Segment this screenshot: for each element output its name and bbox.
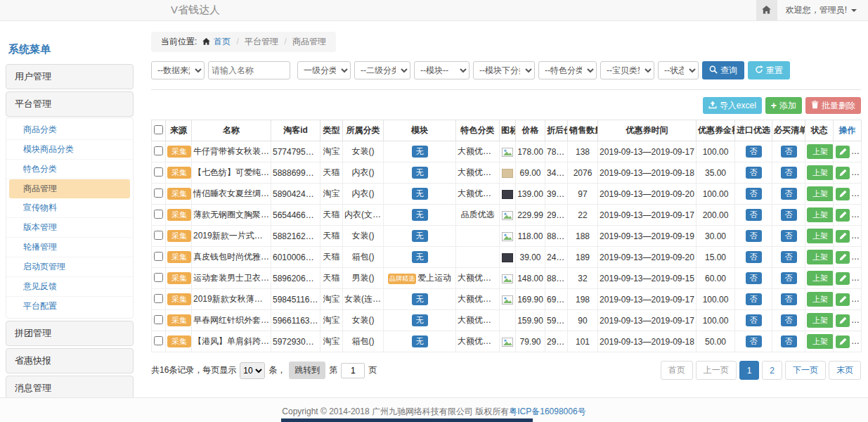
sidebar-item-版本管理[interactable]: 版本管理 [6,218,133,238]
status-badge[interactable]: 上架 [807,144,834,159]
row-checkbox[interactable] [154,231,163,240]
imported-toggle-badge[interactable]: 否 [746,146,762,158]
must-buy-toggle-badge[interactable]: 否 [781,209,797,222]
edit-button[interactable] [836,335,850,348]
sidebar-item-平台配置[interactable]: 平台配置 [6,297,133,316]
must-buy-toggle-badge[interactable]: 否 [781,335,797,348]
must-buy-toggle-badge[interactable]: 否 [781,230,797,243]
add-button[interactable]: + 添加 [765,97,802,114]
icp-link[interactable]: 粤ICP备16098006号 [509,407,585,416]
filter-module-subcategory-select[interactable]: --模块下分类-- [473,61,535,79]
row-checkbox[interactable] [154,273,163,282]
filter-module-select[interactable]: --模块-- [414,61,469,79]
actions-cell [834,331,862,352]
per-page-select[interactable]: 10 [240,362,265,379]
must-buy-toggle-badge[interactable]: 否 [781,293,797,306]
imported-toggle-badge[interactable]: 否 [746,314,762,327]
imported-toggle-badge[interactable]: 否 [746,167,762,179]
status-badge[interactable]: 上架 [807,165,834,180]
row-checkbox[interactable] [154,210,163,219]
batch-delete-button[interactable]: 批量删除 [805,97,861,114]
page-button-2[interactable]: 2 [762,361,782,380]
table-row: 采集2019新款一片式系...588216228899天猫女装()无118.00… [152,226,862,247]
breadcrumb-home-link[interactable]: 首页 [214,37,231,46]
imported-toggle-badge[interactable]: 否 [746,230,762,243]
imported-toggle-badge[interactable]: 否 [746,272,762,285]
row-checkbox[interactable] [154,167,163,177]
filter-level1-category-select[interactable]: 一级分类 [297,61,351,79]
sidebar-item-商品管理[interactable]: 商品管理 [9,179,130,198]
select-all-checkbox[interactable] [154,125,163,134]
row-checkbox[interactable] [154,294,163,303]
sidebar-group-消息管理[interactable]: 消息管理 [6,376,134,397]
edit-button[interactable] [836,167,850,179]
filter-bar: --数据来源-- 一级分类 --二级分类-- --模块-- --模块下分类-- … [151,61,861,79]
home-button[interactable] [756,0,777,20]
edit-button[interactable] [836,314,850,327]
status-badge[interactable]: 上架 [807,186,834,201]
price-cell: 39.00 [516,247,545,268]
must-buy-toggle-badge[interactable]: 否 [781,251,797,264]
filter-level2-category-select[interactable]: --二级分类-- [354,61,410,79]
row-checkbox[interactable] [154,188,163,198]
row-checkbox[interactable] [154,336,163,345]
imported-toggle-badge[interactable]: 否 [746,251,762,264]
sidebar-item-轮播管理[interactable]: 轮播管理 [6,238,133,257]
must-buy-toggle-badge[interactable]: 否 [781,146,797,158]
imported-toggle-badge[interactable]: 否 [746,188,762,200]
row-checkbox[interactable] [154,252,163,261]
import-excel-button[interactable]: 导入excel [703,97,762,114]
row-checkbox[interactable] [154,315,163,324]
sidebar-item-模块商品分类[interactable]: 模块商品分类 [6,140,133,160]
page-button-下一页[interactable]: 下一页 [785,361,826,380]
edit-button[interactable] [836,146,850,158]
status-badge[interactable]: 上架 [807,207,834,222]
coupon-amount-cell: 100.00 [697,289,735,310]
sidebar-group-用户管理[interactable]: 用户管理 [6,64,134,89]
sidebar-item-宣传物料[interactable]: 宣传物料 [6,198,133,218]
imported-toggle-badge[interactable]: 否 [746,209,762,222]
must-buy-toggle-badge[interactable]: 否 [781,167,797,179]
sidebar-item-特色分类[interactable]: 特色分类 [6,160,133,179]
sidebar-group-拼团管理[interactable]: 拼团管理 [6,321,134,346]
status-badge[interactable]: 上架 [807,250,834,264]
page-button-末页[interactable]: 末页 [829,361,861,380]
edit-button[interactable] [836,230,850,243]
must-buy-toggle-badge[interactable]: 否 [781,272,797,285]
edit-button[interactable] [836,272,850,285]
discount-price-cell: 29.99 [545,205,568,226]
page-number-input[interactable] [341,363,365,378]
filter-item-type-select[interactable]: --宝贝类型-- [600,61,654,79]
edit-button[interactable] [836,251,850,264]
coupon-time-cell: 2019-09-13—2019-09-17 [598,289,697,310]
edit-button[interactable] [836,188,850,200]
jump-button[interactable]: 跳转到 [289,362,325,379]
must-buy-toggle-badge[interactable]: 否 [781,188,797,200]
filter-feature-category-select[interactable]: --特色分类-- [538,61,597,79]
status-badge[interactable]: 上架 [807,229,834,243]
status-badge[interactable]: 上架 [807,292,834,307]
user-menu[interactable]: 欢迎您，管理员! [777,4,868,16]
page-button-首页[interactable]: 首页 [661,361,693,380]
filter-data-source-select[interactable]: --数据来源-- [151,61,205,79]
status-badge[interactable]: 上架 [807,271,834,286]
filter-status-select[interactable]: --状态-- [658,61,699,79]
reset-button[interactable]: 重置 [748,61,790,79]
row-checkbox[interactable] [154,146,163,155]
sidebar-group-平台管理[interactable]: 平台管理 [6,91,134,117]
page-button-1[interactable]: 1 [739,361,760,380]
imported-toggle-badge[interactable]: 否 [746,335,762,348]
sidebar-group-省惠快报[interactable]: 省惠快报 [6,348,134,373]
status-badge[interactable]: 上架 [807,313,834,328]
page-button-上一页[interactable]: 上一页 [696,361,737,380]
must-buy-toggle-badge[interactable]: 否 [781,314,797,327]
name-search-input[interactable] [208,61,290,79]
status-badge[interactable]: 上架 [807,334,834,349]
imported-toggle-badge[interactable]: 否 [746,293,762,306]
sidebar-item-意见反馈[interactable]: 意见反馈 [6,277,133,297]
edit-button[interactable] [836,209,850,222]
search-button[interactable]: 查询 [702,61,744,79]
sidebar-item-商品分类[interactable]: 商品分类 [6,120,133,140]
sidebar-item-启动页管理[interactable]: 启动页管理 [6,257,133,277]
edit-button[interactable] [836,293,850,306]
